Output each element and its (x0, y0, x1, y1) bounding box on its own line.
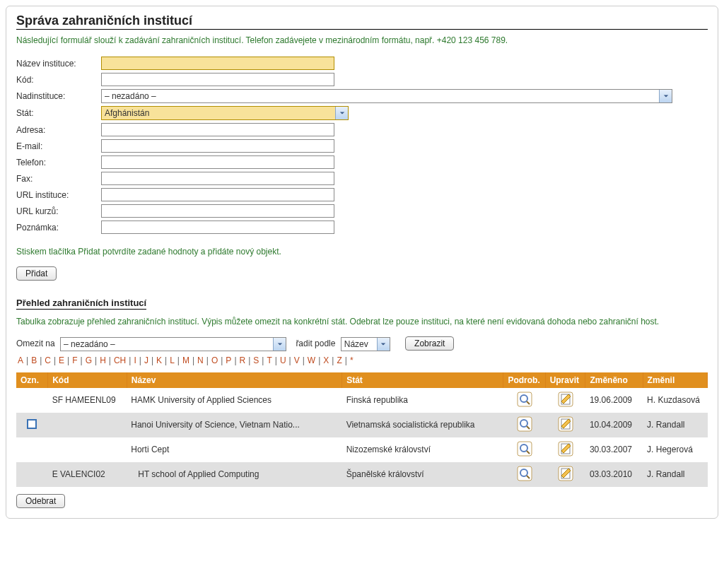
separator: | (26, 355, 28, 365)
table-row: Horti CeptNizozemské království30.03.200… (16, 437, 708, 462)
separator: | (234, 355, 236, 365)
alpha-letter[interactable]: U (280, 355, 286, 365)
overview-heading: Přehled zahraničních institucí (16, 298, 146, 310)
edit-icon[interactable] (558, 466, 573, 481)
chevron-down-icon (659, 90, 672, 102)
col-nazev[interactable]: Název (127, 372, 341, 388)
separator: | (303, 355, 305, 365)
input-adresa[interactable] (101, 123, 334, 136)
cell-zmenil: H. Kuzdasová (643, 388, 707, 413)
separator: | (54, 355, 56, 365)
row-checkbox[interactable] (27, 419, 37, 429)
label-poznamka: Poznámka: (16, 223, 101, 233)
institutions-table: Ozn. Kód Název Stát Podrob. Upravit Změn… (16, 372, 708, 487)
select-limit-value: – nezadáno – (64, 339, 115, 349)
sort-label: řadit podle (296, 339, 335, 348)
input-fax[interactable] (101, 172, 334, 185)
separator: | (221, 355, 223, 365)
alpha-letter[interactable]: B (31, 355, 37, 365)
col-upravit[interactable]: Upravit (545, 372, 585, 388)
show-button[interactable]: Zobrazit (405, 336, 454, 351)
select-nadinstituce[interactable]: – nezadáno – (101, 89, 672, 103)
col-ozn[interactable]: Ozn. (16, 372, 48, 388)
cell-nazev: HT school of Applied Computing (127, 462, 341, 487)
alpha-letter[interactable]: Z (337, 355, 341, 365)
alpha-letter[interactable]: A (18, 355, 23, 365)
table-row: Hanoi University of Science, Vietnam Nat… (16, 413, 708, 437)
col-stat[interactable]: Stát (342, 372, 503, 388)
alpha-letter[interactable]: W (308, 355, 315, 365)
details-icon[interactable] (517, 392, 532, 407)
chevron-down-icon (377, 338, 390, 351)
alpha-letter[interactable]: R (240, 355, 246, 365)
cell-kod: E VALENCI02 (48, 462, 127, 487)
separator: | (248, 355, 250, 365)
separator: | (109, 355, 111, 365)
input-url-instituce[interactable] (101, 188, 334, 201)
separator: | (262, 355, 264, 365)
alpha-letter[interactable]: C (45, 355, 51, 365)
select-limit[interactable]: – nezadáno – (60, 337, 286, 351)
edit-icon[interactable] (558, 416, 573, 432)
page-title: Správa zahraničních institucí (16, 13, 708, 30)
label-stat: Stát: (16, 108, 101, 118)
alpha-letter[interactable]: G (86, 355, 92, 365)
details-icon[interactable] (517, 416, 532, 432)
alpha-letter[interactable]: K (156, 355, 162, 365)
remove-button[interactable]: Odebrat (16, 494, 65, 508)
alpha-letter[interactable]: CH (114, 355, 126, 365)
input-url-kurzu[interactable] (101, 204, 334, 218)
alpha-letter[interactable]: S (253, 355, 259, 365)
alpha-letter[interactable]: I (134, 355, 136, 365)
col-podrob[interactable]: Podrob. (503, 372, 545, 388)
edit-icon[interactable] (558, 392, 573, 407)
alpha-letter[interactable]: E (59, 355, 64, 365)
separator: | (206, 355, 209, 365)
col-zmenil[interactable]: Změnil (643, 372, 707, 388)
alpha-letter[interactable]: F (72, 355, 77, 365)
col-kod[interactable]: Kód (48, 372, 127, 388)
overview-description: Tabulka zobrazuje přehled zahraničních i… (16, 317, 708, 327)
alpha-letter[interactable]: H (100, 355, 106, 365)
alpha-letter[interactable]: X (323, 355, 329, 365)
alpha-letter[interactable]: * (350, 355, 354, 365)
alpha-letter[interactable]: N (197, 355, 204, 365)
separator: | (129, 355, 131, 365)
input-poznamka[interactable] (101, 220, 334, 234)
alpha-letter[interactable]: P (226, 355, 231, 365)
separator: | (318, 355, 320, 365)
select-stat[interactable]: Afghánistán (101, 106, 349, 120)
select-nadinstituce-value: – nezadáno – (105, 91, 156, 101)
alpha-letter[interactable]: J (144, 355, 148, 365)
cell-nazev: Hanoi University of Science, Vietnam Nat… (127, 413, 341, 437)
alpha-letter[interactable]: L (170, 355, 175, 365)
cell-stat: Vietnamská socialistická republika (342, 413, 503, 437)
details-icon[interactable] (517, 441, 532, 457)
separator: | (40, 355, 42, 365)
alpha-letter[interactable]: M (182, 355, 189, 365)
separator: | (81, 355, 83, 365)
label-url-kurzu: URL kurzů: (16, 206, 101, 216)
alpha-letter[interactable]: O (211, 355, 218, 365)
input-kod[interactable] (101, 73, 334, 86)
col-zmeneno[interactable]: Změněno (585, 372, 643, 388)
select-sort[interactable]: Název (341, 337, 390, 351)
cell-stat: Nizozemské království (342, 437, 503, 462)
limit-label: Omezit na (16, 339, 55, 348)
separator: | (151, 355, 153, 365)
cell-nazev: Horti Cept (127, 437, 341, 462)
label-url-instituce: URL instituce: (16, 190, 101, 200)
cell-zmeneno: 10.04.2009 (585, 413, 643, 437)
alpha-letter[interactable]: V (294, 355, 300, 365)
details-icon[interactable] (517, 466, 532, 481)
alpha-letter[interactable]: T (267, 355, 272, 365)
chevron-down-icon (273, 338, 286, 351)
input-email[interactable] (101, 139, 334, 153)
table-row: E VALENCI02 HT school of Applied Computi… (16, 462, 708, 487)
add-button[interactable]: Přidat (16, 266, 57, 281)
input-nazev[interactable] (101, 57, 334, 70)
label-adresa: Adresa: (16, 125, 101, 135)
edit-icon[interactable] (558, 441, 573, 457)
cell-stat: Finská republika (342, 388, 503, 413)
input-telefon[interactable] (101, 155, 334, 169)
